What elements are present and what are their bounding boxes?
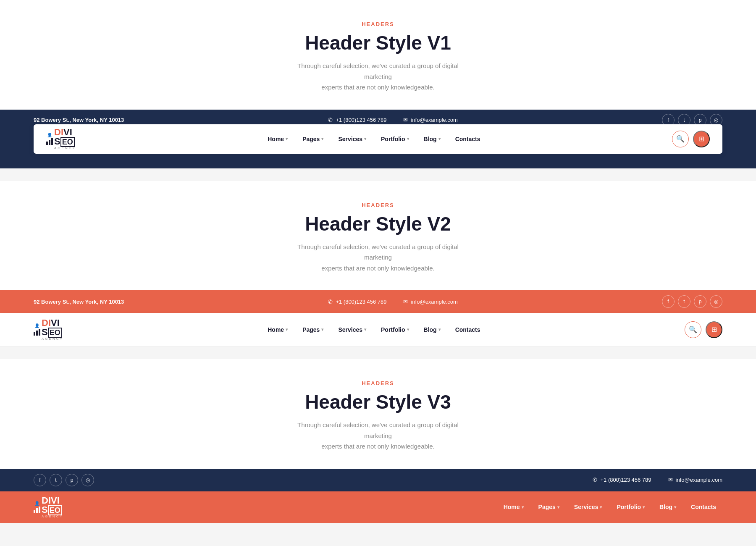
search-button-v2[interactable]: 🔍: [685, 321, 701, 338]
instagram-icon-v3[interactable]: ◎: [81, 474, 94, 486]
logo-v3: 👤 DIVI SEO AGENCY: [34, 496, 63, 518]
divider-1: [0, 168, 756, 181]
nav-contacts-v2[interactable]: Contacts: [449, 326, 487, 333]
nav-services-v1[interactable]: Services ▾: [332, 136, 373, 142]
nav-menu-v1: Home ▾ Pages ▾ Services ▾ Portfolio ▾ Bl…: [261, 136, 486, 142]
email-icon: ✉: [403, 117, 408, 123]
nav-portfolio-v3[interactable]: Portfolio ▾: [610, 504, 651, 510]
section3-label: HEADERS: [8, 380, 748, 386]
logo-v1: 👤 DIVI SEO AGENCY: [46, 128, 76, 150]
pinterest-icon-v2[interactable]: p: [694, 295, 706, 308]
section2-intro: HEADERS Header Style V2 Through careful …: [0, 181, 756, 291]
instagram-icon-v2[interactable]: ◎: [710, 295, 722, 308]
topbar-address-v2: 92 Bowery St., New York, NY 10013: [34, 299, 124, 305]
chevron-pages-v1: ▾: [321, 136, 323, 141]
person-icon-v3: 👤: [34, 501, 39, 506]
phone-icon-v2: ✆: [328, 299, 333, 305]
twitter-icon-v3[interactable]: t: [50, 474, 62, 486]
nav-pages-v3[interactable]: Pages ▾: [532, 504, 566, 510]
logo-v2: 👤 DIVI SEO AGENCY: [34, 318, 63, 341]
person-icon-v2: 👤: [34, 323, 39, 328]
topbar-phone-v3: ✆ +1 (800)123 456 789: [593, 477, 651, 483]
pinterest-icon-v3[interactable]: p: [66, 474, 78, 486]
chevron-home-v1: ▾: [286, 136, 288, 141]
topbar-socials-v2: f t p ◎: [662, 295, 722, 308]
nav-menu-v2: Home ▾ Pages ▾ Services ▾ Portfolio ▾ Bl…: [261, 326, 486, 333]
nav-home-v3[interactable]: Home ▾: [497, 504, 530, 510]
facebook-icon-v3[interactable]: f: [34, 474, 46, 486]
nav-contacts-v1[interactable]: Contacts: [449, 136, 487, 142]
section2-title: Header Style V2: [8, 213, 748, 235]
person-icon-v1: 👤: [47, 133, 52, 137]
topbar-phone-v1: ✆ +1 (800)123 456 789: [328, 117, 386, 123]
topbar-socials-v3: f t p ◎: [34, 474, 94, 486]
header-v1-nav: 👤 DIVI SEO AGENCY: [34, 124, 722, 154]
section2-desc: Through careful selection, we've curated…: [286, 242, 470, 274]
email-icon-v2: ✉: [403, 299, 408, 305]
topbar-email-v3: ✉ info@example.com: [668, 477, 722, 483]
header-v3-topbar: f t p ◎ ✆ +1 (800)123 456 789 ✉ info@exa…: [0, 469, 756, 491]
grid-button-v1[interactable]: ⊞: [693, 131, 710, 147]
nav-pages-v1[interactable]: Pages ▾: [296, 136, 330, 142]
nav-contacts-v3[interactable]: Contacts: [685, 504, 722, 510]
nav-actions-v1: 🔍 ⊞: [672, 131, 710, 147]
email-icon-v3: ✉: [668, 477, 673, 483]
divider-2: [0, 346, 756, 359]
logo-agency-v1: AGENCY: [54, 146, 76, 150]
section1-desc: Through careful selection, we've curated…: [286, 60, 470, 93]
header-v2-topbar: 92 Bowery St., New York, NY 10013 ✆ +1 (…: [0, 290, 756, 313]
topbar-center-v2: ✆ +1 (800)123 456 789 ✉ info@example.com: [328, 299, 458, 305]
section3-title: Header Style V3: [8, 391, 748, 413]
section3-desc: Through careful selection, we've curated…: [286, 420, 470, 452]
twitter-icon-v2[interactable]: t: [678, 295, 690, 308]
topbar-center-v3: ✆ +1 (800)123 456 789 ✉ info@example.com: [593, 477, 722, 483]
nav-portfolio-v1[interactable]: Portfolio ▾: [375, 136, 415, 142]
grid-button-v2[interactable]: ⊞: [706, 321, 722, 338]
nav-pages-v2[interactable]: Pages ▾: [296, 326, 330, 333]
topbar-email-v1: ✉ info@example.com: [403, 117, 457, 123]
nav-menu-v3: Home ▾ Pages ▾ Services ▾ Portfolio ▾ Bl…: [497, 504, 722, 510]
topbar-email-v2: ✉ info@example.com: [403, 299, 457, 305]
header-v2-nav: 👤 DIVI SEO AGENCY Home ▾ Pages ▾ Servic: [0, 313, 756, 346]
section1-label: HEADERS: [8, 21, 748, 27]
nav-home-v1[interactable]: Home ▾: [261, 136, 294, 142]
topbar-phone-v2: ✆ +1 (800)123 456 789: [328, 299, 386, 305]
chevron-blog-v1: ▾: [438, 136, 441, 141]
topbar-address-v1: 92 Bowery St., New York, NY 10013: [34, 117, 124, 123]
chevron-portfolio-v1: ▾: [407, 136, 409, 141]
chevron-services-v1: ▾: [364, 136, 366, 141]
nav-blog-v2[interactable]: Blog ▾: [417, 326, 447, 333]
logo-graphic-v1: 👤 DIVI SEO AGENCY: [46, 128, 76, 150]
facebook-icon-v2[interactable]: f: [662, 295, 675, 308]
section2-label: HEADERS: [8, 202, 748, 208]
section1-intro: HEADERS Header Style V1 Through careful …: [0, 0, 756, 110]
nav-blog-v1[interactable]: Blog ▾: [417, 136, 447, 142]
phone-icon: ✆: [328, 117, 333, 123]
logo-agency-v3: AGENCY: [42, 514, 63, 518]
logo-agency-v2: AGENCY: [42, 337, 63, 341]
search-button-v1[interactable]: 🔍: [672, 131, 689, 147]
nav-services-v2[interactable]: Services ▾: [332, 326, 373, 333]
nav-actions-v2: 🔍 ⊞: [685, 321, 722, 338]
topbar-center-v1: ✆ +1 (800)123 456 789 ✉ info@example.com: [328, 117, 458, 123]
nav-blog-v3[interactable]: Blog ▾: [653, 504, 682, 510]
bottom-spacer: [0, 523, 756, 546]
header-v1-wrapper: 92 Bowery St., New York, NY 10013 ✆ +1 (…: [0, 110, 756, 168]
section3-intro: HEADERS Header Style V3 Through careful …: [0, 359, 756, 469]
phone-icon-v3: ✆: [593, 477, 597, 483]
nav-services-v3[interactable]: Services ▾: [568, 504, 609, 510]
section1-title: Header Style V1: [8, 32, 748, 54]
nav-home-v2[interactable]: Home ▾: [261, 326, 294, 333]
nav-portfolio-v2[interactable]: Portfolio ▾: [375, 326, 415, 333]
header-v3-nav: 👤 DIVI SEO AGENCY Home ▾ Pages ▾ Service…: [0, 491, 756, 523]
